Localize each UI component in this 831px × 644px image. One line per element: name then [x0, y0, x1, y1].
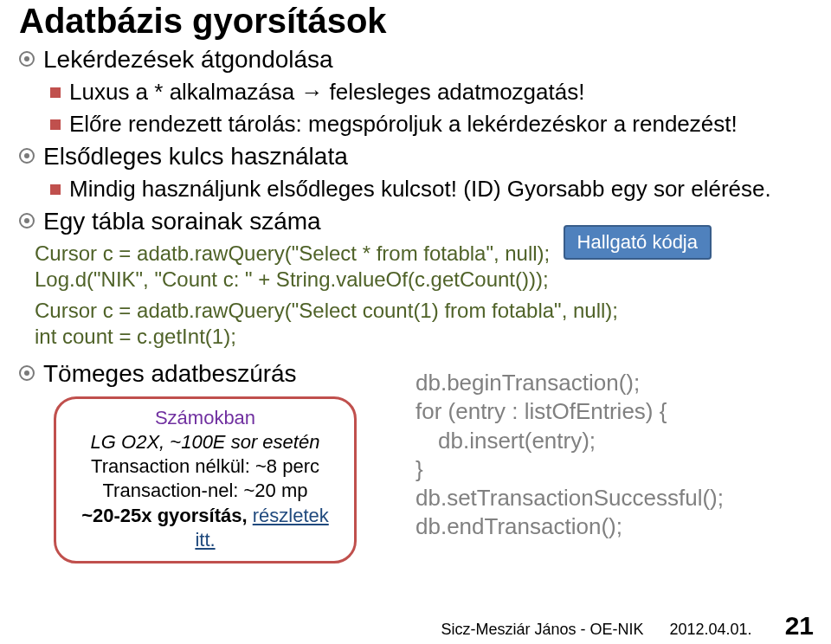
bullet-icon: [19, 148, 35, 164]
footer-date: 2012.04.01.: [670, 621, 752, 639]
bullet-icon: [19, 51, 35, 67]
callout-line: ~20-25x gyorsítás, részletek itt.: [70, 504, 340, 552]
callout-line: Transaction nélkül: ~8 perc: [70, 454, 340, 479]
square-icon: [50, 119, 61, 130]
transaction-code: db.beginTransaction(); for (entry : list…: [416, 355, 812, 564]
arrow-icon: →: [300, 79, 323, 105]
page-number: 21: [785, 611, 814, 641]
footer-author: Sicz-Mesziár János - OE-NIK: [441, 621, 643, 639]
bullet-text: Luxus a * alkalmazása → felesleges adatm…: [69, 79, 812, 106]
callout-line: LG O2X, ~100E sor esetén: [70, 430, 340, 454]
bullet-queries: Lekérdezések átgondolása: [19, 46, 812, 74]
bullet-text: Előre rendezett tárolás: megspóroljuk a …: [69, 111, 812, 138]
speed-callout: Számokban LG O2X, ~100E sor esetén Trans…: [54, 396, 357, 564]
bullet-text: Lekérdezések átgondolása: [43, 46, 333, 74]
callout-line: Transaction-nel: ~20 mp: [70, 479, 340, 503]
bullet-icon: [19, 365, 35, 381]
bullet-bulk-insert: Tömeges adatbeszúrás: [19, 360, 416, 388]
bullet-text: Egy tábla sorainak száma: [43, 208, 321, 235]
bullet-primary-key: Elsődleges kulcs használata: [19, 143, 812, 171]
slide-footer: Sicz-Mesziár János - OE-NIK 2012.04.01. …: [441, 611, 814, 641]
callout-header: Számokban: [70, 406, 340, 430]
square-icon: [50, 184, 61, 195]
slide-title: Adatbázis gyorsítások: [19, 0, 812, 41]
bullet-text: Tömeges adatbeszúrás: [43, 360, 297, 388]
bullet-use-pk: Mindig használjunk elsődleges kulcsot! (…: [19, 176, 812, 203]
code-block-2: Cursor c = adatb.rawQuery("Select count(…: [35, 298, 812, 350]
bullet-star: Luxus a * alkalmazása → felesleges adatm…: [19, 79, 812, 106]
bullet-text: Mindig használjunk elsődleges kulcsot! (…: [69, 176, 812, 203]
bullet-icon: [19, 213, 35, 229]
bullet-sorted: Előre rendezett tárolás: megspóroljuk a …: [19, 111, 812, 138]
bullet-text: Elsődleges kulcs használata: [43, 143, 348, 171]
square-icon: [50, 87, 61, 98]
student-code-badge: Hallgató kódja: [564, 225, 712, 260]
